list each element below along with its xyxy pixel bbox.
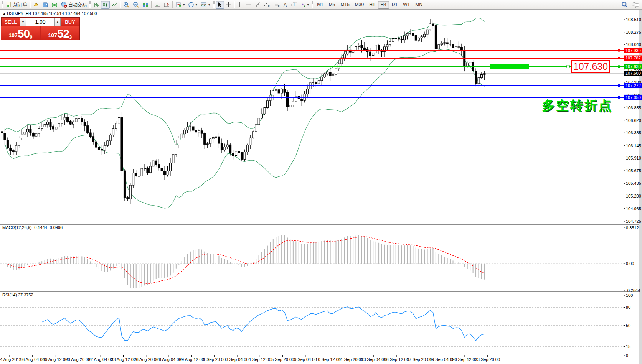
timeframe-d1-button[interactable]: D1 xyxy=(389,1,400,9)
text-button[interactable]: A xyxy=(281,1,290,9)
buy-price-button[interactable]: 107523 xyxy=(41,26,79,40)
toolbar: 新订单 自动交易 xyxy=(0,0,642,10)
line-anchor-marker[interactable] xyxy=(618,49,620,52)
fibonacci-button[interactable]: F xyxy=(272,1,281,9)
price-tick-label: 108.510 xyxy=(626,17,641,22)
highlight-rectangle-object[interactable] xyxy=(490,64,529,69)
timeframe-h1-button[interactable]: H1 xyxy=(366,1,378,9)
zoom-in-button[interactable] xyxy=(122,1,131,9)
volume-decrease-button[interactable]: ▼ xyxy=(20,18,26,26)
search-button[interactable] xyxy=(620,1,630,9)
price-tick-label: 106.385 xyxy=(626,130,641,135)
arrows-button[interactable]: ▾ xyxy=(299,1,311,9)
timeframe-m30-button[interactable]: M30 xyxy=(352,1,366,9)
candlestick-chart-button[interactable] xyxy=(101,1,110,9)
candle-bearish xyxy=(401,39,403,40)
timeframe-h4-button[interactable]: H4 xyxy=(378,1,389,9)
line-anchor-marker[interactable] xyxy=(618,57,620,59)
collapse-icon[interactable]: ▲ xyxy=(3,12,6,15)
candle-bearish xyxy=(204,133,206,144)
zoom-out-button[interactable] xyxy=(131,1,141,9)
new-order-icon xyxy=(6,2,12,8)
candle-bearish xyxy=(164,171,166,175)
chat-button[interactable] xyxy=(630,1,641,9)
candle-bearish xyxy=(124,171,125,198)
market-watch-button[interactable] xyxy=(31,1,41,9)
volume-input[interactable]: 1.00 xyxy=(26,18,54,26)
candle-bullish xyxy=(292,101,294,105)
zoom-in-icon xyxy=(123,2,130,8)
time-axis-label: 23 Aug 12:00 xyxy=(111,357,136,362)
buy-button[interactable]: BUY xyxy=(61,18,79,26)
cursor-button[interactable] xyxy=(216,1,224,9)
timeframe-m1-button[interactable]: M1 xyxy=(314,1,326,9)
data-window-button[interactable] xyxy=(41,1,50,9)
time-axis-label: 16 Aug 04:00 xyxy=(20,357,45,362)
candle-bullish xyxy=(78,118,80,119)
arrows-icon xyxy=(300,2,306,7)
strategy-navigator-button[interactable] xyxy=(50,1,59,9)
sell-price-button[interactable]: 107500 xyxy=(1,26,40,40)
line-anchor-marker[interactable] xyxy=(618,65,620,68)
text-label-button[interactable]: T xyxy=(290,1,299,9)
price-tick-label: 105.200 xyxy=(626,194,641,198)
price-callout[interactable]: 107.630 xyxy=(571,60,610,73)
chart-canvas: 108.510108.275108.040107.805107.565107.3… xyxy=(0,0,642,364)
data-window-icon xyxy=(42,2,48,8)
candle-bearish xyxy=(135,173,137,176)
time-axis-label: 11 Sep 20:00 xyxy=(338,357,363,362)
auto-scroll-button[interactable] xyxy=(153,1,162,9)
candle-bearish xyxy=(435,26,437,49)
candle-bearish xyxy=(138,176,140,176)
candle-bullish xyxy=(64,117,66,120)
crosshair-button[interactable] xyxy=(224,1,233,9)
price-label-text: 107.050 xyxy=(625,95,641,100)
trendline-button[interactable] xyxy=(253,1,262,9)
indicators-icon xyxy=(175,2,182,8)
indicators-button[interactable]: ▾ xyxy=(174,1,186,9)
line-chart-button[interactable] xyxy=(110,1,119,9)
timeframe-w1-button[interactable]: W1 xyxy=(400,1,413,9)
macd-axis-label: 0.3512 xyxy=(626,226,639,230)
price-label-text: 107.787 xyxy=(625,56,641,60)
candle-bullish xyxy=(246,145,248,152)
candle-bullish xyxy=(421,37,422,38)
chart-shift-button[interactable] xyxy=(162,1,171,9)
periods-button[interactable]: ▾ xyxy=(186,1,199,9)
candle-bearish xyxy=(81,118,83,122)
time-axis-label: 20 Aug 20:00 xyxy=(65,357,90,362)
timeframe-m5-button[interactable]: M5 xyxy=(326,1,338,9)
bar-chart-button[interactable] xyxy=(92,1,101,9)
line-anchor-marker[interactable] xyxy=(618,96,620,99)
templates-button[interactable]: ▾ xyxy=(199,1,212,9)
candle-bearish xyxy=(221,143,223,150)
vertical-line-button[interactable] xyxy=(236,1,244,9)
candle-bearish xyxy=(92,137,94,142)
candle-bearish xyxy=(101,150,103,150)
line-anchor-marker[interactable] xyxy=(618,84,620,87)
candle-bearish xyxy=(361,45,363,48)
candle-bullish xyxy=(15,145,17,152)
sell-button[interactable]: SELL xyxy=(1,18,20,26)
equidistant-channel-button[interactable]: E xyxy=(262,1,272,9)
volume-increase-button[interactable]: ▲ xyxy=(54,18,61,26)
candle-bullish xyxy=(343,54,345,58)
horizontal-line-button[interactable] xyxy=(244,1,253,9)
turning-point-note[interactable]: 多空转折点 xyxy=(542,97,613,114)
timeframe-mn-button[interactable]: MN xyxy=(413,1,425,9)
time-axis-label: 17 Sep 20:00 xyxy=(407,357,432,362)
dropdown-arrow: ▾ xyxy=(183,3,185,7)
timeframe-m15-button[interactable]: M15 xyxy=(338,1,352,9)
new-order-button[interactable]: 新订单 xyxy=(5,1,29,9)
tile-windows-button[interactable] xyxy=(141,1,150,9)
candle-bearish xyxy=(84,122,86,125)
candle-bullish xyxy=(109,135,111,141)
candle-bullish xyxy=(107,141,109,145)
buy-price-big: 52 xyxy=(57,28,69,39)
candle-bearish xyxy=(432,24,434,26)
candle-bullish xyxy=(167,171,168,175)
time-axis-label: 26 Aug 20:00 xyxy=(134,357,158,362)
channel-icon: E xyxy=(264,2,270,8)
autotrading-button[interactable]: 自动交易 xyxy=(59,1,88,9)
candle-bearish xyxy=(195,130,197,132)
